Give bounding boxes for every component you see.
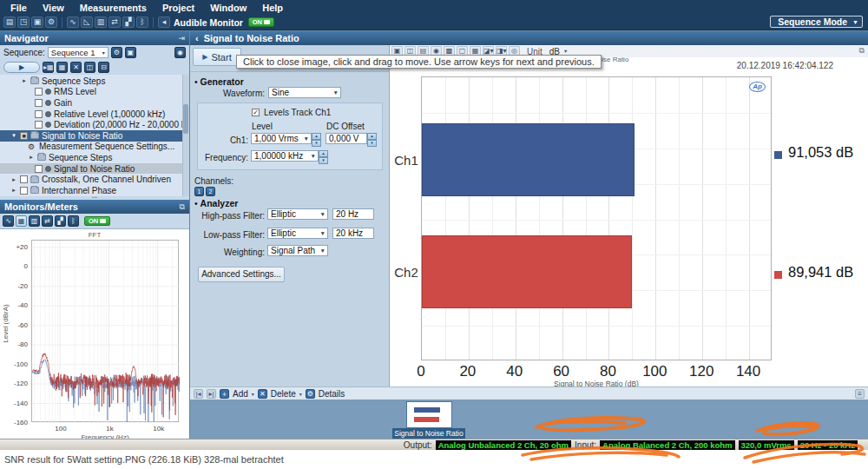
collapse-icon[interactable]: ▾ (10, 132, 17, 139)
tree-item-relative-level[interactable]: Relative Level (1,00000 kHz) (0, 109, 189, 120)
expand-icon[interactable]: ▸ (10, 176, 17, 183)
back-chevron-icon[interactable]: ‹ (195, 33, 199, 43)
run-selected-icon[interactable]: ▸▦ (43, 62, 54, 73)
menu-project[interactable]: Project (162, 3, 194, 13)
navigator-menu-icon[interactable]: ◉ (174, 47, 186, 58)
dc-offset-field[interactable]: 0,000 V (326, 133, 367, 144)
export-data-icon[interactable]: ◫ (84, 62, 95, 73)
open-project-icon[interactable]: ◳ (17, 17, 30, 28)
frequency-select[interactable]: 1,00000 kHz▼ (251, 150, 319, 162)
expand-icon[interactable]: ▸ (21, 77, 28, 84)
tree-item-sequence-steps[interactable]: ▸Sequence Steps (0, 76, 189, 87)
checkbox[interactable] (35, 99, 43, 107)
pin-results-icon[interactable]: ≡ (855, 389, 865, 399)
checkbox[interactable] (20, 175, 28, 183)
expand-icon[interactable]: ▸ (28, 154, 35, 161)
monitor-on-toggle[interactable]: ON (84, 216, 110, 226)
waveform-select[interactable]: Sine▼ (268, 87, 341, 98)
meters-icon[interactable]: ▥ (95, 17, 107, 28)
input-bandwidth-badge[interactable]: 20 Hz - 20 kHz (798, 440, 858, 450)
auto-hide-icon[interactable]: ⇥ (178, 34, 185, 43)
tree-item-crosstalk[interactable]: ▸Crosstalk, One Channel Undriven (0, 174, 189, 185)
details-icon[interactable]: ⚙ (306, 389, 315, 399)
dc-offset-spinner[interactable]: ▲▼ (367, 133, 377, 145)
audible-monitor-toggle[interactable]: ON (248, 17, 274, 27)
next-result-icon[interactable]: ▸| (207, 389, 216, 399)
frequency-spinner[interactable]: ▲▼ (319, 150, 328, 162)
tree-item-gain[interactable]: Gain (0, 97, 189, 109)
new-project-icon[interactable]: ▤ (3, 17, 16, 28)
add-measurement-icon[interactable]: ▦ (56, 62, 68, 73)
input-level-badge[interactable]: 320,0 mVrms (739, 440, 794, 450)
ch1-level-spinner[interactable]: ▲▼ (312, 133, 321, 145)
delete-result-icon[interactable]: ✕ (258, 389, 267, 399)
input-config-badge[interactable]: Analog Balanced 2 Ch, 200 kohm (600, 440, 734, 450)
ch1-level-select[interactable]: 1,000 Vrms▼ (251, 133, 312, 144)
checkbox-partial[interactable]: ■ (20, 132, 28, 140)
tree-scrollbar[interactable] (182, 75, 189, 196)
output-config-badge[interactable]: Analog Unbalanced 2 Ch, 20 ohm (436, 440, 571, 450)
run-sequence-button[interactable]: ▶ (3, 62, 40, 73)
previous-result-icon[interactable]: |◂ (194, 389, 203, 399)
report-icon[interactable]: ⊟ (98, 62, 109, 73)
details-label[interactable]: Details (319, 389, 345, 399)
tree-item-signal-to-noise-ratio-step[interactable]: Signal to Noise Ratio (0, 163, 189, 175)
sequence-save-icon[interactable]: ▣ (125, 47, 136, 58)
result-thumbnail-label[interactable]: Signal to Noise Ratio (392, 428, 465, 439)
add-result-icon[interactable]: ＋ (220, 389, 229, 399)
weighting-select[interactable]: Signal Path▼ (267, 245, 328, 256)
undock-icon[interactable]: ⧉ (180, 202, 185, 212)
lp-filter-select[interactable]: Elliptic▼ (267, 228, 328, 239)
graph-undock-icon[interactable]: ⧉ (859, 46, 865, 56)
tree-item-signal-to-noise-ratio-selected[interactable]: ▾■Signal to Noise Ratio (0, 130, 189, 142)
save-project-icon[interactable]: ▣ (31, 17, 43, 28)
sequence-settings-icon[interactable]: ⚙ (111, 47, 122, 58)
scrollbar-thumb[interactable] (183, 104, 188, 134)
menu-file[interactable]: File (10, 3, 27, 13)
add-dropdown-caret[interactable]: ▾ (252, 391, 254, 397)
hp-filter-select[interactable]: Elliptic▼ (267, 208, 328, 220)
hp-filter-frequency-field[interactable]: 20 Hz (332, 208, 374, 220)
generator-monitor-icon[interactable]: ∿ (3, 215, 14, 227)
expand-icon[interactable]: ▸ (10, 187, 17, 194)
channel-1-button[interactable]: 1 (194, 187, 204, 196)
settings-icon[interactable]: ⚙ (45, 17, 57, 28)
sequence-select[interactable]: Sequence 1▾ (48, 47, 108, 58)
tree-item-measurement-sequence-settings[interactable]: ⚙Measurement Sequence Settings... (0, 142, 189, 153)
tree-item-sequence-steps-2[interactable]: ▸Sequence Steps (0, 152, 189, 163)
scope-icon[interactable]: ▞ (122, 17, 135, 28)
signal-generator-icon[interactable]: ∿ (67, 17, 79, 28)
delete-result-label[interactable]: Delete (271, 389, 296, 399)
lp-filter-frequency-field[interactable]: 20 kHz (332, 228, 374, 239)
tree-item-deviation[interactable]: Deviation (20,0000 Hz - 20,0000 kHz) (0, 119, 189, 130)
menu-view[interactable]: View (43, 3, 64, 13)
io-routing-icon[interactable]: ⇄ (108, 17, 121, 28)
scope-monitor-icon[interactable]: ▞ (55, 215, 66, 227)
io-monitor-icon[interactable]: ⇄ (42, 215, 53, 227)
fft-monitor-icon[interactable]: ▦ (16, 215, 27, 227)
checkbox[interactable] (35, 121, 43, 129)
tree-item-rms-level[interactable]: RMS Level (0, 87, 189, 98)
meter-monitor-icon[interactable]: ▥ (29, 215, 40, 227)
menu-help[interactable]: Help (262, 3, 283, 13)
checkbox[interactable] (35, 165, 43, 173)
sequence-mode-selector[interactable]: Sequence Mode▼ (770, 16, 863, 28)
bluetooth-icon[interactable]: ᛒ (136, 17, 148, 28)
checkbox[interactable] (35, 110, 43, 118)
delete-dropdown-caret[interactable]: ▾ (299, 391, 302, 397)
advanced-settings-button[interactable]: Advanced Settings... (198, 267, 285, 282)
tree-item-interchannel-phase[interactable]: ▸Interchannel Phase (0, 185, 189, 196)
start-button[interactable]: ▶ Start (193, 48, 241, 66)
add-result-label[interactable]: Add (233, 389, 248, 399)
checkbox[interactable] (20, 187, 28, 195)
bt-monitor-icon[interactable]: ᛒ (68, 215, 79, 227)
checkbox[interactable] (35, 88, 43, 96)
result-thumbnail[interactable] (406, 401, 452, 428)
sweep-icon[interactable]: ◺ (81, 17, 93, 28)
monitor-collapse-icon[interactable]: ◂ (158, 17, 170, 28)
levels-track-checkbox[interactable]: ✓ (252, 109, 260, 116)
menu-window[interactable]: Window (210, 3, 247, 13)
menu-measurements[interactable]: Measurements (80, 3, 147, 13)
channel-2-button[interactable]: 2 (206, 187, 215, 196)
clear-data-icon[interactable]: ✕ (70, 62, 82, 73)
